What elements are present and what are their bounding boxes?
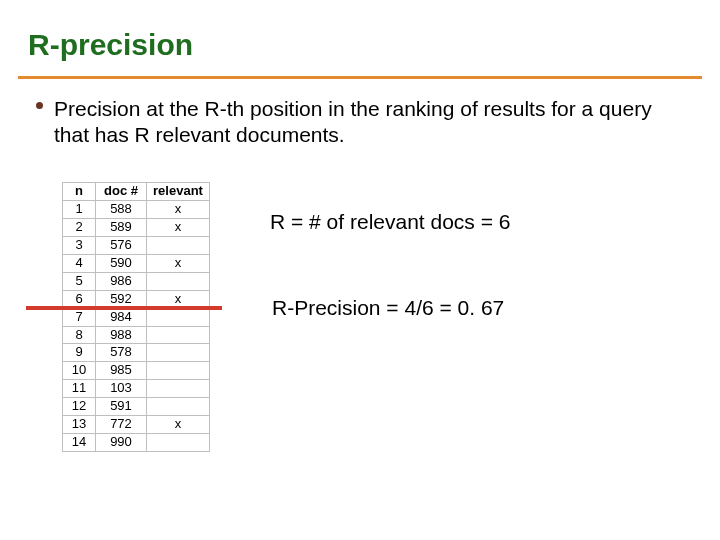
table-row: 11103 <box>63 380 210 398</box>
cell-relevant <box>147 236 210 254</box>
table-row: 4590x <box>63 254 210 272</box>
table-row: 9578 <box>63 344 210 362</box>
slide: R-precision Precision at the R-th positi… <box>0 0 720 540</box>
cell-n: 5 <box>63 272 96 290</box>
body-text: Precision at the R-th position in the ra… <box>36 96 684 149</box>
annotation-r: R = # of relevant docs = 6 <box>270 210 510 234</box>
cell-n: 2 <box>63 218 96 236</box>
cell-doc: 588 <box>96 200 147 218</box>
cell-n: 14 <box>63 434 96 452</box>
cell-relevant <box>147 344 210 362</box>
cell-doc: 589 <box>96 218 147 236</box>
cell-doc: 590 <box>96 254 147 272</box>
table-row: 7984 <box>63 308 210 326</box>
cell-doc: 576 <box>96 236 147 254</box>
cell-n: 1 <box>63 200 96 218</box>
cell-relevant <box>147 326 210 344</box>
cell-n: 10 <box>63 362 96 380</box>
table-row: 12591 <box>63 398 210 416</box>
results-table-wrap: n doc # relevant 1588x2589x35764590x5986… <box>62 182 210 452</box>
table-row: 2589x <box>63 218 210 236</box>
cell-doc: 985 <box>96 362 147 380</box>
cell-doc: 990 <box>96 434 147 452</box>
cell-doc: 986 <box>96 272 147 290</box>
cell-n: 13 <box>63 416 96 434</box>
cell-n: 7 <box>63 308 96 326</box>
table-row: 10985 <box>63 362 210 380</box>
cell-relevant <box>147 362 210 380</box>
cell-n: 3 <box>63 236 96 254</box>
cell-doc: 103 <box>96 380 147 398</box>
table-row: 14990 <box>63 434 210 452</box>
cell-relevant <box>147 380 210 398</box>
cell-n: 9 <box>63 344 96 362</box>
cell-relevant: x <box>147 254 210 272</box>
col-header-relevant: relevant <box>147 183 210 201</box>
cell-n: 8 <box>63 326 96 344</box>
cell-doc: 988 <box>96 326 147 344</box>
cell-relevant: x <box>147 416 210 434</box>
table-row: 5986 <box>63 272 210 290</box>
r-cutoff-line <box>26 306 222 310</box>
annotation-r-precision: R-Precision = 4/6 = 0. 67 <box>272 296 504 320</box>
table-row: 1588x <box>63 200 210 218</box>
table-row: 3576 <box>63 236 210 254</box>
cell-doc: 772 <box>96 416 147 434</box>
cell-relevant <box>147 308 210 326</box>
table-header-row: n doc # relevant <box>63 183 210 201</box>
table-row: 8988 <box>63 326 210 344</box>
cell-relevant <box>147 272 210 290</box>
cell-relevant: x <box>147 218 210 236</box>
results-table: n doc # relevant 1588x2589x35764590x5986… <box>62 182 210 452</box>
table-row: 13772x <box>63 416 210 434</box>
slide-title: R-precision <box>28 28 193 62</box>
cell-relevant: x <box>147 200 210 218</box>
cell-doc: 578 <box>96 344 147 362</box>
cell-n: 11 <box>63 380 96 398</box>
col-header-n: n <box>63 183 96 201</box>
cell-relevant <box>147 398 210 416</box>
cell-doc: 984 <box>96 308 147 326</box>
title-underline <box>18 76 702 79</box>
cell-relevant <box>147 434 210 452</box>
cell-n: 4 <box>63 254 96 272</box>
cell-doc: 591 <box>96 398 147 416</box>
bullet-line: Precision at the R-th position in the ra… <box>54 96 684 149</box>
cell-n: 12 <box>63 398 96 416</box>
col-header-doc: doc # <box>96 183 147 201</box>
